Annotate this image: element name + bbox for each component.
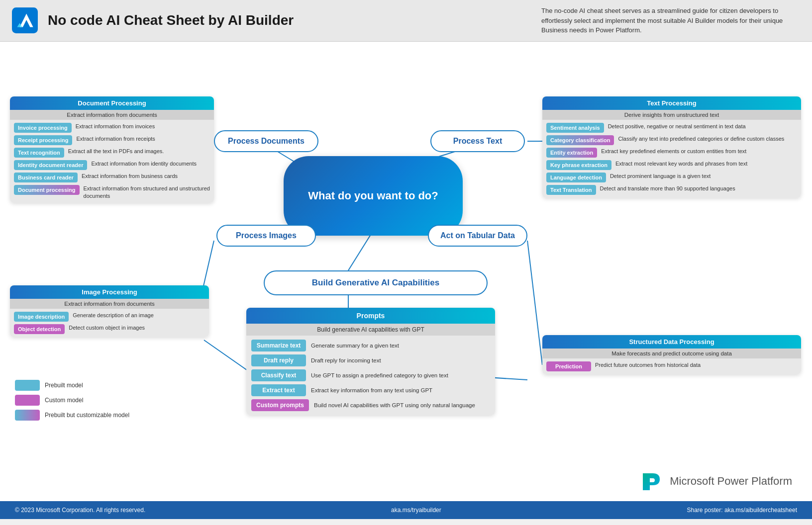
prompt-row-4: Custom prompts Build novel AI capabiliti…	[251, 399, 490, 411]
text-recog-desc: Extract all the text in PDFs and images.	[68, 148, 210, 155]
central-bubble: What do you want to do?	[284, 156, 463, 236]
doc-row-3: Identity document reader Extract informa…	[14, 160, 210, 170]
prompts-body: Summarize text Generate summary for a gi…	[246, 336, 495, 415]
structured-subtitle: Make forecasts and predict outcome using…	[542, 349, 801, 358]
page-title: No code AI Cheat Sheet by AI Builder	[48, 12, 294, 28]
main-content: What do you want to do? Process Document…	[0, 42, 812, 519]
legend-label-gradient: Prebuilt but customizable model	[45, 412, 129, 419]
structured-body: Prediction Predict future outcomes from …	[542, 358, 801, 374]
footer-share: Share poster: aka.ms/aibuildercheatsheet	[687, 507, 797, 514]
custprompt-desc: Build novel AI capabilities with GPT usi…	[314, 399, 490, 409]
summarize-tag: Summarize text	[251, 340, 306, 351]
footer: © 2023 Microsoft Corporation. All rights…	[0, 501, 812, 519]
doc-processing-body: Invoice processing Extract information f…	[10, 120, 214, 203]
prompts-subtitle: Build generative AI capabilities with GP…	[246, 324, 495, 336]
doc-row-5: Document processing Extract information …	[14, 185, 210, 200]
docproc-tag: Document processing	[14, 185, 80, 195]
doc-row-4: Business card reader Extract information…	[14, 173, 210, 182]
texttrans-desc: Detect and translate more than 90 suppor…	[600, 185, 797, 192]
text-processing-header: Text Processing	[542, 96, 801, 110]
keyphrase-tag: Key phrase extraction	[546, 160, 611, 170]
text-row-1: Category classification Classify any tex…	[546, 135, 797, 145]
langdetect-desc: Detect prominent language is a given tex…	[610, 173, 797, 180]
summarize-desc: Generate summary for a given text	[311, 340, 490, 350]
img-row-0: Image description Generate description o…	[14, 312, 205, 322]
legend-color-gradient	[15, 410, 40, 421]
docproc-desc: Extract information from structured and …	[84, 185, 210, 200]
legend-color-purple	[15, 395, 40, 406]
prompt-row-3: Extract text Extract key information fro…	[251, 384, 490, 396]
objdetect-desc: Detect custom object in images	[69, 324, 205, 332]
legend-item-blue: Prebuilt model	[15, 380, 129, 391]
imgdesc-desc: Generate description of an image	[73, 312, 205, 319]
process-documents-node[interactable]: Process Documents	[214, 130, 318, 152]
text-row-4: Language detection Detect prominent lang…	[546, 173, 797, 182]
power-platform-logo-area: Microsoft Power Platform	[638, 468, 792, 494]
image-processing-body: Image description Generate description o…	[10, 309, 209, 337]
bizcard-desc: Extract information from business cards	[82, 173, 210, 180]
prompt-row-2: Classify text Use GPT to assign a predef…	[251, 369, 490, 381]
text-row-0: Sentiment analysis Detect positive, nega…	[546, 123, 797, 133]
imgdesc-tag: Image description	[14, 312, 69, 322]
texttrans-tag: Text Translation	[546, 185, 596, 195]
doc-row-2: Text recognition Extract all the text in…	[14, 148, 210, 158]
invoice-tag: Invoice processing	[14, 123, 72, 133]
footer-copyright: © 2023 Microsoft Corporation. All rights…	[15, 507, 145, 514]
legend-label-purple: Custom model	[45, 397, 83, 404]
header-description: The no-code AI cheat sheet serves as a s…	[541, 6, 800, 35]
text-row-2: Entity extraction Extract key predefined…	[546, 148, 797, 158]
prompts-box: Prompts Build generative AI capabilities…	[246, 308, 495, 415]
image-processing-header: Image Processing	[10, 285, 209, 299]
category-desc: Classify any text into predefined catego…	[618, 135, 797, 143]
bizcard-tag: Business card reader	[14, 173, 78, 182]
prompt-row-0: Summarize text Generate summary for a gi…	[251, 340, 490, 351]
structured-data-box: Structured Data Processing Make forecast…	[542, 335, 801, 374]
draft-tag: Draft reply	[251, 354, 306, 366]
image-processing-box: Image Processing Extract information fro…	[10, 285, 209, 337]
process-images-node[interactable]: Process Images	[216, 225, 316, 247]
extract-tag: Extract text	[251, 384, 306, 396]
process-text-node[interactable]: Process Text	[430, 130, 525, 152]
extract-desc: Extract key information from any text us…	[311, 384, 490, 394]
text-processing-subtitle: Derive insights from unstructured text	[542, 110, 801, 120]
doc-processing-header: Document Processing	[10, 96, 214, 110]
power-platform-label: Microsoft Power Platform	[670, 475, 792, 488]
img-row-1: Object detection Detect custom object in…	[14, 324, 205, 334]
doc-row-1: Receipt processing Extract information f…	[14, 135, 210, 145]
sentiment-tag: Sentiment analysis	[546, 123, 604, 133]
build-gen-ai-node[interactable]: Build Generative AI Capabilities	[264, 270, 488, 295]
receipt-desc: Extract information from receipts	[76, 135, 210, 143]
prompt-row-1: Draft reply Draft reply for incoming tex…	[251, 354, 490, 366]
legend-item-purple: Custom model	[15, 395, 129, 406]
langdetect-tag: Language detection	[546, 173, 606, 182]
sentiment-desc: Detect positive, negative or neutral sen…	[608, 123, 797, 130]
footer-link: aka.ms/tryaibuilder	[391, 507, 441, 514]
image-processing-subtitle: Extract information from documents	[10, 299, 209, 309]
prediction-tag: Prediction	[546, 361, 591, 371]
document-processing-box: Document Processing Extract information …	[10, 96, 214, 203]
text-processing-box: Text Processing Derive insights from uns…	[542, 96, 801, 198]
prediction-desc: Predict future outcomes from historical …	[595, 361, 797, 369]
act-tabular-node[interactable]: Act on Tabular Data	[428, 225, 527, 247]
custprompt-tag: Custom prompts	[251, 399, 309, 411]
legend-label-blue: Prebuilt model	[45, 382, 83, 389]
legend: Prebuilt model Custom model Prebuilt but…	[15, 380, 129, 425]
doc-row-0: Invoice processing Extract information f…	[14, 123, 210, 133]
text-row-3: Key phrase extraction Extract most relev…	[546, 160, 797, 170]
classify-tag: Classify text	[251, 369, 306, 381]
keyphrase-desc: Extract most relevant key words and phra…	[615, 160, 797, 168]
doc-processing-subtitle: Extract information from documents	[10, 110, 214, 120]
classify-desc: Use GPT to assign a predefined category …	[311, 369, 490, 379]
header: No code AI Cheat Sheet by AI Builder The…	[0, 0, 812, 42]
draft-desc: Draft reply for incoming text	[311, 354, 490, 364]
entity-tag: Entity extraction	[546, 148, 597, 158]
structured-header: Structured Data Processing	[542, 335, 801, 349]
text-recog-tag: Text recognition	[14, 148, 64, 158]
power-platform-icon	[638, 468, 664, 494]
legend-item-gradient: Prebuilt but customizable model	[15, 410, 129, 421]
identity-desc: Extract information from identity docume…	[91, 160, 210, 168]
identity-tag: Identity document reader	[14, 160, 87, 170]
entity-desc: Extract key predefined elements or custo…	[601, 148, 797, 155]
receipt-tag: Receipt processing	[14, 135, 72, 145]
category-tag: Category classification	[546, 135, 614, 145]
